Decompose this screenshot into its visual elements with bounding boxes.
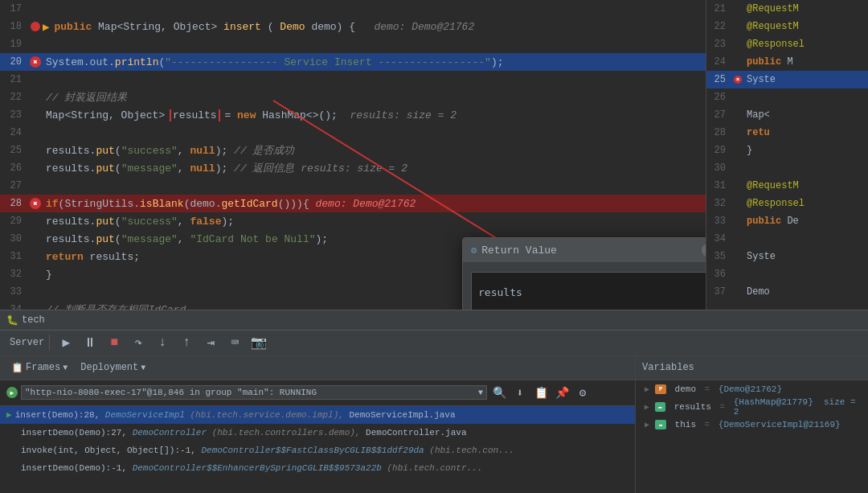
- right-line-34: 34: [706, 230, 868, 248]
- stack-frame-1[interactable]: ▶ insert(Demo):28, DemoServiceImpl (hbi.…: [0, 406, 635, 424]
- var-demo[interactable]: ▶ P demo = {Demo@21762}: [636, 380, 868, 398]
- debug-tab[interactable]: 🐛 tech: [6, 314, 45, 327]
- debug-tab-label: tech: [22, 314, 45, 326]
- toolbar-eval-btn[interactable]: ⌨: [223, 332, 246, 353]
- thread-filter-btn[interactable]: 🔍: [490, 384, 508, 401]
- dialog-icon: ⚙: [471, 244, 477, 257]
- bottom-left-panel: 📋 Frames ▼ Deployment ▼ ▶ "http-nio-8080…: [0, 356, 635, 493]
- return-value-input[interactable]: [471, 272, 706, 310]
- toolbar-step-over-btn[interactable]: ↷: [127, 332, 149, 353]
- deployment-label: Deployment: [80, 362, 138, 373]
- right-line-24: 24 public M: [706, 53, 868, 71]
- code-line-22: 22 // 封装返回结果: [0, 88, 706, 106]
- var-results-value: {HashMap@21779} size = 2: [734, 397, 862, 417]
- dialog-title: ⚙ Return Value: [471, 244, 557, 257]
- right-line-36: 36: [706, 265, 868, 283]
- code-line-23: 23 Map<String, Object> results = new Has…: [0, 106, 706, 124]
- dialog-close-button[interactable]: ×: [702, 244, 706, 257]
- var-results-name: results: [669, 402, 711, 412]
- thread-export-btn[interactable]: ⬇: [511, 384, 529, 401]
- code-line-24: 24: [0, 124, 706, 142]
- bottom-right-panel: Variables ▶ P demo = {Demo@21762} ▶ ▬ re…: [635, 356, 868, 493]
- thread-play-icon: ▶: [6, 387, 18, 398]
- code-line-29: 29 results.put("success", false);: [0, 212, 706, 230]
- deployment-arrow: ▼: [141, 364, 145, 372]
- right-line-35: 35 Syste: [706, 248, 868, 265]
- frames-arrow: ▼: [63, 364, 68, 372]
- right-line-32: 32 @Responsel: [706, 195, 868, 212]
- right-line-30: 30: [706, 159, 868, 177]
- server-label: Server: [10, 337, 44, 348]
- var-demo-expand[interactable]: ▶: [642, 384, 652, 394]
- return-value-dialog: ⚙ Return Value × ? OK Cance: [462, 237, 706, 310]
- var-this-value: {DemoServiceImpl@21169}: [719, 420, 841, 429]
- toolbar-separator: [49, 335, 50, 351]
- stack-frame-2[interactable]: insertDemo(Demo):27, DemoController (hbi…: [0, 424, 635, 442]
- thread-dropdown-arrow: ▼: [478, 388, 483, 397]
- right-line-22: 22 @RequestM: [706, 18, 868, 35]
- toolbar-run-cursor-btn[interactable]: ⇥: [199, 332, 222, 353]
- var-demo-value: {Demo@21762}: [719, 384, 782, 394]
- var-this[interactable]: ▶ ▬ this = {DemoServiceImpl@21169}: [636, 416, 868, 433]
- right-line-33: 33 public De: [706, 212, 868, 230]
- toolbar-screenshot-btn[interactable]: 📷: [248, 332, 270, 353]
- thread-settings-btn[interactable]: ⚙: [574, 384, 592, 401]
- frames-label: Frames: [26, 362, 60, 373]
- right-line-25: 25 ✖ Syste: [706, 71, 868, 88]
- code-line-18: 18 ▶ public Map<String, Object> insert (…: [0, 18, 706, 35]
- variables-header: Variables: [636, 356, 868, 380]
- thread-copy-btn[interactable]: 📋: [532, 384, 550, 401]
- thread-bar: ▶ "http-nio-8080-exec-17"@18,846 in grou…: [0, 380, 635, 406]
- thread-pin-btn[interactable]: 📌: [553, 384, 571, 401]
- debug-icon: 🐛: [6, 314, 18, 327]
- var-results-expand[interactable]: ▶: [642, 402, 652, 412]
- thread-selector[interactable]: "http-nio-8080-exec-17"@18,846 in group …: [21, 385, 487, 400]
- stack-frame-4[interactable]: insertDemo(Demo):-1, DemoController$$Enh…: [0, 459, 635, 477]
- var-results-icon: ▬: [655, 402, 666, 412]
- code-line-17: 17: [0, 0, 706, 18]
- code-line-25: 25 results.put("success", null); // 是否成功: [0, 142, 706, 159]
- breakpoint-18: [28, 22, 43, 31]
- deployment-tab[interactable]: Deployment ▼: [76, 360, 150, 375]
- frames-icon: 📋: [11, 362, 23, 374]
- warning-20: ✖: [28, 56, 43, 68]
- code-panel: 17 18 ▶ public Map<String, Object> inser…: [0, 0, 706, 310]
- var-demo-name: demo: [669, 384, 696, 394]
- right-line-21: 21 @RequestM: [706, 0, 868, 18]
- toolbar-run-btn[interactable]: ▶: [55, 332, 77, 353]
- code-line-21: 21: [0, 71, 706, 88]
- var-demo-icon: P: [655, 384, 666, 394]
- code-line-26: 26 results.put("message", null); // 返回信息…: [0, 159, 706, 177]
- main-editor-area: 17 18 ▶ public Map<String, Object> inser…: [0, 0, 868, 310]
- bottom-container: 📋 Frames ▼ Deployment ▼ ▶ "http-nio-8080…: [0, 356, 868, 493]
- results-highlight: results: [171, 109, 219, 121]
- right-line-27: 27 Map<: [706, 106, 868, 124]
- debug-tab-bar: 🐛 tech: [0, 310, 868, 331]
- var-this-expand[interactable]: ▶: [642, 420, 652, 429]
- right-line-37: 37 Demo: [706, 283, 868, 301]
- frame-1-run-icon: ▶: [6, 409, 12, 420]
- warning-28: ✖: [28, 198, 43, 209]
- dialog-title-bar: ⚙ Return Value ×: [463, 238, 706, 262]
- stack-frame-3[interactable]: invoke(int, Object, Object[]):-1, DemoCo…: [0, 442, 635, 459]
- toolbar-stop-btn[interactable]: ■: [103, 332, 125, 353]
- dialog-body: [463, 262, 706, 310]
- stack-frames-panel: ▶ insert(Demo):28, DemoServiceImpl (hbi.…: [0, 406, 635, 477]
- right-line-29: 29 }: [706, 142, 868, 159]
- var-this-name: this: [669, 420, 696, 429]
- right-line-31: 31 @RequestM: [706, 177, 868, 195]
- toolbar-pause-btn[interactable]: ⏸: [79, 332, 101, 353]
- frames-tab[interactable]: 📋 Frames ▼: [6, 360, 72, 376]
- thread-value: "http-nio-8080-exec-17"@18,846 in group …: [25, 388, 317, 397]
- toolbar-step-into-btn[interactable]: ↓: [151, 332, 174, 353]
- var-results[interactable]: ▶ ▬ results = {HashMap@21779} size = 2: [636, 398, 868, 416]
- right-line-26: 26: [706, 88, 868, 106]
- variables-title: Variables: [642, 362, 694, 373]
- code-line-19: 19: [0, 35, 706, 53]
- toolbar-step-out-btn[interactable]: ↑: [175, 332, 198, 353]
- right-line-23: 23 @Responsel: [706, 35, 868, 53]
- code-line-20: 20 ✖ System.out.println("---------------…: [0, 53, 706, 71]
- code-line-27: 27: [0, 177, 706, 195]
- thread-action-icons: 🔍 ⬇ 📋 📌 ⚙: [490, 384, 592, 401]
- frames-deployment-bar: 📋 Frames ▼ Deployment ▼: [0, 356, 635, 380]
